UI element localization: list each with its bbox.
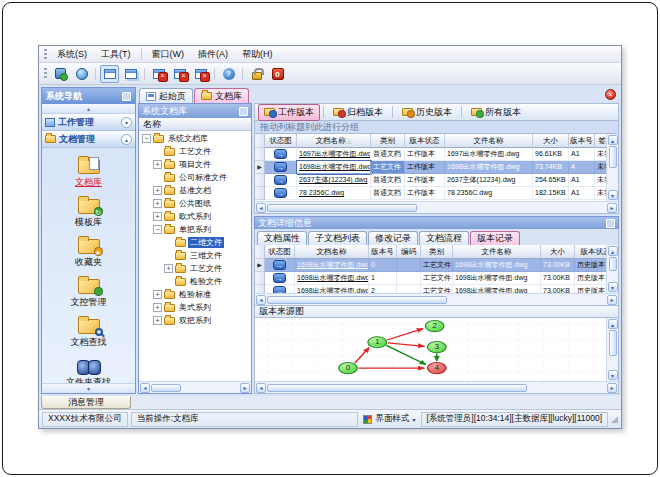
sidebar-item-收藏夹[interactable]: ★收藏夹	[42, 232, 135, 272]
scroll-thumb[interactable]	[267, 204, 417, 212]
table-row[interactable]: →1698出水嘴零件图.dwg2工艺文件1698出水嘴零件图.dwg73.00K…	[255, 285, 606, 293]
tree-expander-icon[interactable]: +	[153, 316, 162, 325]
sync-button[interactable]	[51, 65, 70, 83]
pin-icon[interactable]	[122, 92, 131, 101]
column-header-文档名称[interactable]: 文档名称△	[297, 134, 371, 148]
scroll-up-button[interactable]: ▴	[608, 135, 618, 145]
tree-node-三维文件[interactable]: 三维文件	[139, 249, 251, 262]
help-button[interactable]	[219, 65, 238, 83]
scroll-down-button[interactable]: ▾	[608, 190, 618, 200]
tree-node-欧式系列[interactable]: +欧式系列	[139, 210, 251, 223]
column-header-状态图[interactable]: 状态图	[265, 245, 295, 259]
close-window-button[interactable]	[149, 65, 168, 83]
button-工作版本[interactable]: 工作版本	[258, 104, 320, 121]
horizontal-scrollbar[interactable]: ◂▸	[255, 381, 618, 393]
close-tab-button[interactable]: ×	[605, 89, 616, 100]
button-所有版本[interactable]: 所有版本	[465, 104, 527, 121]
table-row[interactable]: →2637主体(12234).dwg普通文档工作版本2637主体(12234).…	[255, 174, 606, 187]
column-header-版本号[interactable]: 版本号	[569, 134, 595, 148]
close-other-windows-button[interactable]	[191, 65, 210, 83]
menu-tools[interactable]: 工具(T)	[94, 46, 138, 63]
tree-expander-icon[interactable]: −	[142, 134, 151, 143]
table-row[interactable]: →1698出水嘴零件图.dwg1工艺文件1698出水嘴零件图.dwg73.00K…	[255, 272, 606, 285]
table-row[interactable]: ▶→1698出水嘴零件图.dwg工艺文件工作版本1698出水嘴零件图.dwg73…	[255, 161, 606, 174]
column-header-大小[interactable]: 大小	[541, 245, 575, 259]
scroll-right-button[interactable]: ▸	[607, 383, 617, 393]
toolbar-grip[interactable]	[44, 68, 47, 79]
table-row[interactable]: →1697出水嘴零件图.dwg普通文档工作版本1697出水嘴零件图.dwg96.…	[255, 148, 606, 161]
scroll-thumb[interactable]	[609, 330, 617, 356]
tree-expander-icon[interactable]: +	[153, 212, 162, 221]
tree-expander-icon[interactable]: +	[153, 160, 162, 169]
column-header-文件名称[interactable]: 文件名称	[445, 134, 533, 148]
menubar-grip[interactable]	[44, 49, 47, 60]
tab-文档属性[interactable]: 文档属性	[257, 231, 307, 245]
column-header-签出状态[interactable]: 签出状态	[595, 134, 606, 148]
scroll-thumb[interactable]	[609, 257, 617, 271]
sidebar-group-work[interactable]: 工作管理 ▾	[42, 114, 135, 131]
resize-grip[interactable]: ◢	[611, 415, 618, 424]
tab-版本记录[interactable]: 版本记录	[470, 231, 520, 245]
column-header-类别[interactable]: 类别	[371, 134, 405, 148]
tree-expander-icon[interactable]: +	[153, 303, 162, 312]
sidebar-scroll-up[interactable]: ▴	[42, 104, 135, 114]
sidebar-item-文控管理[interactable]: 文控管理	[42, 272, 135, 312]
scroll-up-button[interactable]: ▴	[608, 319, 618, 329]
tree-node-基准文档[interactable]: +基准文档	[139, 184, 251, 197]
interface-style-dropdown[interactable]: 界面样式 ▾	[361, 413, 417, 425]
scroll-left-button[interactable]: ◂	[140, 383, 150, 393]
scroll-right-button[interactable]: ▸	[607, 203, 617, 213]
tab-message-management[interactable]: 消息管理	[41, 396, 131, 409]
column-header-状态图[interactable]: 状态图	[265, 134, 297, 148]
table-row[interactable]: →78 2356C.dwg普通文档工作版本78 2356C.dwg182.15K…	[255, 187, 606, 200]
scroll-thumb[interactable]	[609, 146, 617, 168]
tab-文档流程[interactable]: 文档流程	[419, 231, 469, 245]
sidebar-group-document[interactable]: 文档管理 ▴	[42, 131, 135, 148]
scroll-thumb[interactable]	[151, 384, 181, 392]
column-header-版本状态[interactable]: 版本状态	[405, 134, 445, 148]
scroll-down-button[interactable]: ▾	[608, 282, 618, 292]
tree-expander-icon[interactable]: +	[153, 186, 162, 195]
tree-node-系统文档库[interactable]: −系统文档库	[139, 132, 251, 145]
tree-node-工艺文件[interactable]: +工艺文件	[139, 262, 251, 275]
vertical-scrollbar[interactable]: ▴▾	[606, 134, 618, 201]
tree-expander-icon[interactable]: −	[153, 225, 162, 234]
chevron-up-icon[interactable]: ▴	[121, 134, 132, 145]
button-历史版本[interactable]: 历史版本	[396, 104, 458, 121]
column-header-版本号[interactable]: 版本号	[369, 245, 397, 259]
vertical-scrollbar[interactable]: ▴▾	[606, 318, 618, 381]
column-header-编码[interactable]: 编码	[397, 245, 421, 259]
sidebar-item-文档库[interactable]: 文档库	[42, 152, 135, 192]
tree-expander-icon[interactable]: +	[153, 199, 162, 208]
tree-node-检验文件[interactable]: 检验文件	[139, 275, 251, 288]
scroll-left-button[interactable]: ◂	[256, 295, 266, 305]
tree-expander-icon[interactable]: +	[153, 290, 162, 299]
tree-node-工艺文件[interactable]: 工艺文件	[139, 145, 251, 158]
new-window-button[interactable]	[100, 65, 119, 83]
scroll-thumb[interactable]	[267, 296, 447, 304]
tree-column-header[interactable]: 名称	[139, 118, 251, 131]
column-header-版本状态[interactable]: 版本状态	[575, 245, 606, 259]
tree-expander-icon[interactable]: +	[164, 264, 173, 273]
scroll-up-button[interactable]: ▴	[608, 246, 618, 256]
exit-button[interactable]	[268, 65, 287, 83]
tree-node-项目文件[interactable]: +项目文件	[139, 158, 251, 171]
horizontal-scrollbar[interactable]: ◂▸	[139, 381, 251, 393]
column-header-大小[interactable]: 大小	[533, 134, 569, 148]
tree-node-单把系列[interactable]: −单把系列	[139, 223, 251, 236]
vertical-scrollbar[interactable]: ▴▾	[606, 245, 618, 293]
sidebar-item-文档查找[interactable]: 文档查找	[42, 312, 135, 352]
globe-button[interactable]	[72, 65, 91, 83]
horizontal-scrollbar[interactable]: ◂▸	[255, 201, 618, 213]
scroll-thumb[interactable]	[267, 384, 527, 392]
sidebar-item-模板库[interactable]: ↻模板库	[42, 192, 135, 232]
tab-文档库[interactable]: 文档库	[194, 88, 249, 103]
menu-window[interactable]: 窗口(W)	[145, 46, 192, 63]
scroll-down-button[interactable]: ▾	[608, 370, 618, 380]
column-header-文档名称[interactable]: 文档名称	[295, 245, 369, 259]
sidebar-scroll-down[interactable]: ▾	[42, 383, 135, 393]
cascade-windows-button[interactable]	[121, 65, 140, 83]
table-row[interactable]: ▶→1698出水嘴零件图.dwg0工艺文件1698出水嘴零件图.dwg73.00…	[255, 259, 606, 272]
tree-node-双把系列[interactable]: +双把系列	[139, 314, 251, 327]
button-归档版本[interactable]: 归档版本	[327, 104, 389, 121]
